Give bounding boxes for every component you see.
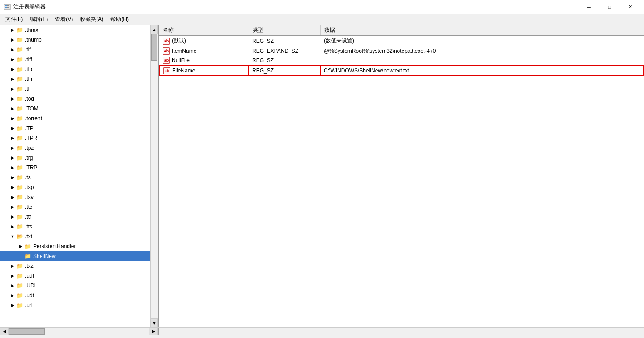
scrollbar-up[interactable]: ▲: [151, 25, 158, 34]
folder-icon: 📁: [16, 272, 23, 279]
expand-arrow: [9, 233, 16, 240]
reg-name: ItemName: [172, 48, 196, 54]
expand-arrow: [9, 302, 16, 309]
tree-scrollbar[interactable]: ▲ ▼: [150, 25, 158, 327]
tree-item-ttc[interactable]: 📁 .ttc: [0, 202, 158, 212]
tree-item-txt[interactable]: 📂 .txt: [0, 232, 158, 241]
tree-item-tsp[interactable]: 📁 .tsp: [0, 182, 158, 192]
expand-arrow: [9, 154, 16, 161]
reg-type: REG_EXPAND_SZ: [249, 46, 320, 56]
expand-arrow: [9, 184, 16, 191]
tree-item-tom[interactable]: 📁 .TOM: [0, 104, 158, 114]
folder-icon: 📁: [16, 26, 23, 34]
table-row[interactable]: ab (默认) REG_SZ (数值未设置): [159, 36, 644, 46]
table-row[interactable]: ab ItemName REG_EXPAND_SZ @%SystemRoot%\…: [159, 46, 644, 56]
menu-favorites[interactable]: 收藏夹(A): [76, 15, 107, 24]
menu-help[interactable]: 帮助(H): [107, 15, 132, 24]
minimize-button[interactable]: ─: [579, 0, 599, 14]
svg-rect-1: [5, 5, 7, 6]
tree-label: .tsv: [25, 194, 34, 200]
tree-item-tpr[interactable]: 📁 .TPR: [0, 133, 158, 143]
folder-icon: 📁: [16, 213, 23, 220]
tree-item-persistenthandler[interactable]: 📁 PersistentHandler: [0, 241, 158, 251]
scrollbar-down[interactable]: ▼: [151, 318, 158, 327]
folder-icon: 📁: [16, 144, 23, 152]
menu-file[interactable]: 文件(F): [2, 15, 26, 24]
expand-arrow: [9, 46, 16, 53]
status-bar: 计算机\HKEY_CLASSES_ROOT\.txt\ShellNew: [0, 335, 644, 338]
folder-icon: 📁: [16, 115, 23, 122]
tree-item-trg[interactable]: 📁 .trg: [0, 153, 158, 163]
svg-rect-3: [7, 5, 9, 6]
reg-type: REG_SZ: [249, 36, 320, 46]
tree-label: .tts: [25, 224, 32, 230]
folder-icon: 📁: [16, 203, 23, 211]
table-row[interactable]: ab NullFile REG_SZ: [159, 56, 644, 66]
expand-arrow: [9, 105, 16, 112]
tree-item-tli[interactable]: 📁 .tli: [0, 84, 158, 94]
tree-hscrollbar[interactable]: ◀ ▶: [0, 328, 159, 335]
hscroll-thumb[interactable]: [9, 328, 45, 335]
reg-name: NullFile: [172, 57, 190, 63]
tree-pane[interactable]: 📁 .thmx 📁 .thumb 📁 .tif 📁 .tiff 📁 .tlb 📁…: [0, 25, 159, 327]
hscroll-track[interactable]: [9, 328, 149, 335]
tree-item-tiff[interactable]: 📁 .tiff: [0, 55, 158, 64]
app-icon: [4, 4, 11, 11]
tree-item-shellnew[interactable]: 📁 ShellNew: [0, 251, 158, 261]
tree-label: .TP: [25, 125, 34, 131]
tree-item-udt[interactable]: 📁 .udt: [0, 291, 158, 300]
table-row-selected[interactable]: ab FileName REG_SZ C:\WINDOWS\ShellNew\n…: [159, 66, 644, 76]
tree-label: .thmx: [25, 27, 38, 33]
tree-item-tod[interactable]: 📁 .tod: [0, 94, 158, 104]
tree-item-tp[interactable]: 📁 .TP: [0, 123, 158, 133]
registry-table: 名称 类型 数据 ab (默认) REG_SZ (数值未设置): [159, 25, 644, 76]
tree-label: .tlh: [25, 76, 32, 82]
tree-item-tlh[interactable]: 📁 .tlh: [0, 74, 158, 84]
tree-label: ShellNew: [33, 253, 56, 259]
tree-label: .TPR: [25, 135, 37, 141]
tree-item-tlb[interactable]: 📁 .tlb: [0, 64, 158, 74]
tree-item-tsv[interactable]: 📁 .tsv: [0, 192, 158, 202]
reg-type: REG_SZ: [249, 56, 320, 66]
maximize-button[interactable]: □: [599, 0, 620, 14]
col-data: 数据: [320, 25, 644, 36]
tree-item-url[interactable]: 📁 .url: [0, 300, 158, 310]
tree-label: .torrent: [25, 115, 42, 122]
tree-item-txz[interactable]: 📁 .txz: [0, 261, 158, 271]
tree-item-udl[interactable]: 📁 .UDL: [0, 281, 158, 291]
expand-arrow: [9, 194, 16, 201]
hscroll-right[interactable]: ▶: [149, 328, 158, 335]
expand-arrow: [9, 174, 16, 181]
folder-icon: 📁: [16, 105, 23, 112]
expand-arrow: [9, 56, 16, 63]
tree-item-tts[interactable]: 📁 .tts: [0, 222, 158, 232]
tree-item-trp[interactable]: 📁 .TRP: [0, 163, 158, 173]
expand-arrow: [9, 85, 16, 93]
close-button[interactable]: ✕: [620, 0, 640, 14]
folder-icon: 📁: [16, 223, 23, 230]
menu-edit[interactable]: 编辑(E): [26, 15, 51, 24]
window-controls: ─ □ ✕: [579, 0, 640, 14]
menu-view[interactable]: 查看(V): [51, 15, 76, 24]
reg-data: (数值未设置): [320, 36, 644, 46]
expand-arrow: [9, 76, 16, 83]
content-hscrollbar-empty: [159, 328, 644, 335]
tree-item-torrent[interactable]: 📁 .torrent: [0, 114, 158, 123]
tree-item-thmx[interactable]: 📁 .thmx: [0, 25, 158, 35]
scrollbar-thumb[interactable]: [151, 34, 157, 61]
expand-arrow: [9, 213, 16, 220]
folder-icon: 📁: [16, 154, 23, 161]
tree-item-tif[interactable]: 📁 .tif: [0, 45, 158, 55]
col-name: 名称: [159, 25, 249, 36]
expand-arrow: [9, 164, 16, 171]
tree-item-ts[interactable]: 📁 .ts: [0, 173, 158, 182]
tree-label: .url: [25, 302, 33, 308]
reg-data: [320, 56, 644, 66]
title-bar: 注册表编辑器 ─ □ ✕: [0, 0, 644, 14]
expand-arrow: [9, 26, 16, 34]
hscroll-left[interactable]: ◀: [0, 328, 9, 335]
tree-item-tpz[interactable]: 📁 .tpz: [0, 143, 158, 153]
tree-item-udf[interactable]: 📁 .udf: [0, 271, 158, 281]
tree-item-thumb[interactable]: 📁 .thumb: [0, 35, 158, 45]
tree-item-ttf[interactable]: 📁 .ttf: [0, 212, 158, 222]
